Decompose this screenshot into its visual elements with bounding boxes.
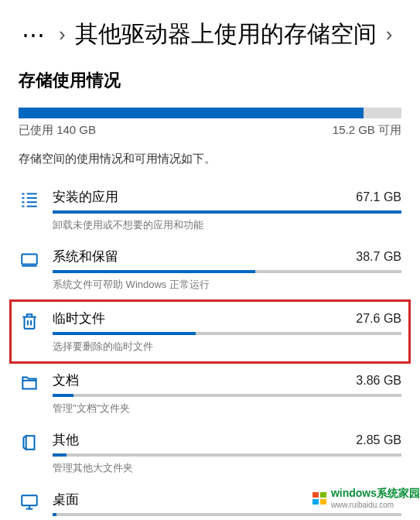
category-fill (53, 332, 196, 335)
category-bar (53, 332, 401, 335)
chevron-right-icon[interactable]: › (59, 22, 66, 46)
category-subtitle: 管理"文档"文件夹 (53, 402, 401, 416)
svg-rect-12 (22, 495, 37, 505)
category-size: 27.6 GB (356, 312, 401, 326)
category-subtitle: 管理其他大文件夹 (53, 461, 401, 475)
category-bar (53, 210, 401, 214)
breadcrumb-title[interactable]: 其他驱动器上使用的存储空间 (75, 19, 377, 50)
category-title: 临时文件 (53, 310, 105, 327)
svg-rect-16 (320, 492, 326, 498)
overall-storage-labels: 已使用 140 GB 15.2 GB 可用 (19, 123, 401, 138)
category-fill (53, 513, 56, 516)
category-fill (53, 453, 67, 457)
category-title: 文档 (53, 371, 79, 389)
page-heading: 存储使用情况 (19, 69, 401, 92)
category-size: 67.1 GB (356, 190, 401, 204)
desktop-icon (19, 492, 40, 514)
category-subtitle: 系统文件可帮助 Windows 正常运行 (53, 278, 401, 292)
category-bar (53, 394, 401, 397)
category-subtitle: 卸载未使用或不想要的应用和功能 (53, 218, 401, 232)
svg-rect-15 (312, 492, 319, 498)
category-size: 3.86 GB (356, 374, 401, 388)
category-title: 其他 (53, 431, 79, 449)
category-temp[interactable]: 临时文件27.6 GB选择要删除的临时文件 (19, 302, 401, 361)
category-fill (53, 394, 73, 397)
watermark-line2: www.ruibaidu.com (331, 501, 420, 509)
apps-icon (19, 190, 40, 211)
chevron-right-icon[interactable]: › (386, 22, 393, 46)
overall-storage-fill (19, 108, 364, 118)
used-label: 已使用 140 GB (19, 123, 96, 138)
category-size: 2.85 GB (356, 433, 401, 447)
category-bar (53, 270, 401, 273)
storage-description: 存储空间的使用情况和可用情况如下。 (19, 152, 401, 166)
category-other[interactable]: 其他2.85 GB管理其他大文件夹 (19, 423, 401, 483)
category-title: 桌面 (53, 491, 79, 508)
category-size: 38.7 GB (356, 250, 401, 264)
category-fill (53, 270, 255, 273)
category-bar (53, 513, 401, 516)
breadcrumb-ellipsis[interactable]: ⋯ (19, 21, 50, 48)
watermark-line1: windows系统家园 (331, 487, 420, 501)
windows-logo-icon (312, 491, 328, 506)
other-icon (19, 433, 40, 454)
breadcrumb: ⋯ › 其他驱动器上使用的存储空间 › (19, 19, 401, 50)
svg-rect-17 (312, 499, 319, 505)
category-apps[interactable]: 安装的应用67.1 GB卸载未使用或不想要的应用和功能 (19, 180, 401, 240)
category-title: 系统和保留 (53, 248, 118, 265)
category-documents[interactable]: 文档3.86 GB管理"文档"文件夹 (19, 364, 401, 423)
free-label: 15.2 GB 可用 (333, 123, 401, 138)
documents-icon (19, 373, 40, 395)
system-icon (19, 249, 40, 271)
svg-rect-8 (22, 255, 37, 265)
category-fill (53, 210, 401, 214)
category-bar (53, 453, 401, 457)
overall-storage-bar (19, 108, 401, 118)
watermark: windows系统家园 www.ruibaidu.com (312, 487, 420, 509)
category-system[interactable]: 系统和保留38.7 GB系统文件可帮助 Windows 正常运行 (19, 240, 401, 299)
svg-rect-18 (320, 499, 326, 505)
temp-icon (19, 311, 40, 333)
category-subtitle: 选择要删除的临时文件 (53, 340, 401, 354)
category-title: 安装的应用 (53, 188, 118, 206)
